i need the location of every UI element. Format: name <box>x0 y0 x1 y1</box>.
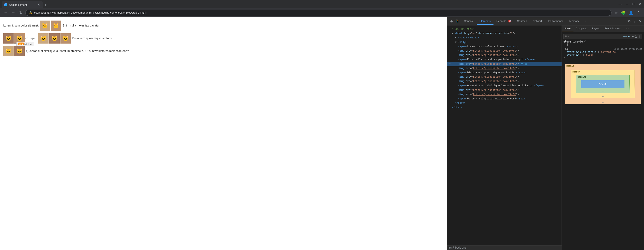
tab-title: Adding content <box>9 3 35 6</box>
settings-icon[interactable]: ⚙ <box>627 18 632 24</box>
html-span-5: <span>Ut sunt voluptates molestiae eos?<… <box>447 97 562 101</box>
margin-label: margin <box>566 65 574 67</box>
profile-icon[interactable]: 👤 <box>628 10 634 16</box>
sub-tab-styles[interactable]: Styles <box>562 25 574 32</box>
element-style-selector: element.style { <box>564 40 642 43</box>
forward-button[interactable]: → <box>10 10 16 16</box>
html-img-7: <img src="https://placekitten.com/50/50"… <box>447 88 562 92</box>
nav-bar: ← → ↻ 🔒 localhost:1313/web-application-d… <box>0 8 644 17</box>
maximize-button[interactable]: □ <box>631 1 636 7</box>
box-model: margin ─ border ─ padding ─ <box>565 64 641 104</box>
add-style-button[interactable]: + <box>632 35 634 38</box>
tab-close-button[interactable]: ✕ <box>37 3 40 7</box>
tab-favicon: 🌐 <box>4 3 8 6</box>
devtools-close-button[interactable]: ✕ <box>638 18 642 24</box>
window-settings-icon[interactable]: ⋯ <box>617 1 623 7</box>
img-rule-header: img { user agent stylesheet <box>564 48 642 50</box>
tab-sources[interactable]: Sources <box>514 18 530 25</box>
breadcrumb-img[interactable]: img <box>462 246 466 249</box>
styles-content: :hov .cls + ⧉ ⋮ element.style { <box>562 32 644 250</box>
hov-button[interactable]: :hov <box>622 35 627 38</box>
page-line-2: 🐱 🐱 corrupti. 🐱 🐱 🐱 Dicta vero quasi atq… <box>3 33 443 43</box>
devtools-tab-bar: ⊕ 📱 Console Elements Recorder 🎯 Sources … <box>447 17 644 25</box>
img-rule-close: } <box>564 56 642 59</box>
address-bar[interactable]: 🔒 localhost:1313/web-application-develop… <box>25 10 612 16</box>
margin-bottom-dash: ─ <box>602 101 604 104</box>
sub-tab-event-listeners[interactable]: Event listeners <box>602 25 623 32</box>
tab-network[interactable]: Network <box>530 18 546 25</box>
border-label: border <box>572 71 580 73</box>
img-tooltip: img 50 × 50 <box>16 42 34 46</box>
tab-performance[interactable]: Performance <box>545 18 566 25</box>
close-button[interactable]: ✕ <box>637 1 642 7</box>
page-content: img 50 × 50 Lorem ipsum dolor sit amet. … <box>0 17 446 250</box>
active-tab[interactable]: 🌐 Adding content ✕ <box>2 1 43 8</box>
more-styles-button[interactable]: ⋮ <box>638 34 641 38</box>
tab-more[interactable]: » <box>582 18 589 25</box>
inspect-element-button[interactable]: ⊕ <box>449 18 454 24</box>
img-rule: img { user agent stylesheet overflow-cli… <box>564 48 642 59</box>
html-img-6: <img src="https://placekitten.com/50/50"… <box>447 79 562 84</box>
cat-image-6: 🐱 <box>49 33 60 43</box>
box-border: border ─ padding ─ 50×50 <box>571 70 635 98</box>
devtools-more-icon[interactable]: ⋮ <box>632 18 637 24</box>
html-img-1: <img src="https://placekitten.com/50/50"… <box>447 49 562 53</box>
reload-button[interactable]: ↻ <box>18 10 24 16</box>
dicta-text: Dicta vero quasi atque veritatis. <box>72 36 112 40</box>
html-doctype: <!DOCTYPE html> <box>447 27 562 31</box>
main-area: img 50 × 50 Lorem ipsum dolor sit amet. … <box>0 17 644 250</box>
padding-bottom-dash: ─ <box>602 90 604 93</box>
html-open: ▼ <html lang="en" data-ember-extension="… <box>447 31 562 36</box>
tooltip-dims: 50 × 50 <box>24 43 32 45</box>
styles-sub-tabs: Styles Computed Layout Event listeners >… <box>562 25 644 32</box>
device-toggle-button[interactable]: 📱 <box>454 18 460 24</box>
cat-image-2: 🐱 <box>51 20 61 31</box>
box-model-container: margin ─ border ─ padding ─ <box>564 62 642 106</box>
sub-tab-layout[interactable]: Layout <box>590 25 602 32</box>
html-panel-container: <!DOCTYPE html> ▼ <html lang="en" data-e… <box>447 25 562 250</box>
element-style-rule: element.style { } <box>564 40 642 46</box>
tab-recorder[interactable]: Recorder 🎯 <box>494 18 514 25</box>
enim-text: Enim nulla molestias pariatur <box>62 24 100 27</box>
page-line-3: 🐱 🐱 Quaerat sunt similique laudantium ar… <box>3 46 443 56</box>
more-icon[interactable]: ⋮ <box>635 10 642 16</box>
cls-button[interactable]: .cls <box>628 35 631 38</box>
minimize-button[interactable]: ─ <box>625 1 630 7</box>
html-body-open: ▼ <body> <box>447 40 562 44</box>
devtools-toolbar: ⊕ 📱 <box>448 18 461 24</box>
tooltip-tag: img <box>18 42 24 45</box>
title-bar: 🌐 Adding content ✕ + ⋯ ─ □ ✕ <box>0 0 644 8</box>
html-span-3: <span>Dicta vero quasi atque veritatis.<… <box>447 71 562 75</box>
element-style-close: } <box>564 43 642 46</box>
padding-dash: ─ <box>627 76 628 78</box>
breadcrumb-html[interactable]: html <box>448 246 454 249</box>
new-tab-button[interactable]: + <box>43 2 48 8</box>
dock-style-button[interactable]: ⧉ <box>634 35 637 38</box>
tab-elements[interactable]: Elements <box>477 18 494 25</box>
html-panel[interactable]: <!DOCTYPE html> ▼ <html lang="en" data-e… <box>447 25 562 245</box>
filter-bar: :hov .cls + ⧉ ⋮ <box>564 34 642 39</box>
extensions-icon[interactable]: 🧩 <box>620 10 627 16</box>
sub-tab-more[interactable]: >> <box>623 25 631 32</box>
bookmark-icon[interactable]: ☆ <box>613 10 619 16</box>
cat-image-7: 🐱 <box>60 33 71 43</box>
padding-label: padding <box>578 76 586 78</box>
tab-memory[interactable]: Memory <box>566 18 582 25</box>
corrupti-text: corrupti. <box>26 36 36 40</box>
box-content: 50×50 <box>581 80 624 88</box>
quaerat-text: Quaerat sunt similique laudantium archit… <box>26 49 84 53</box>
tab-area: 🌐 Adding content ✕ + <box>2 0 616 8</box>
back-button[interactable]: ← <box>2 10 9 16</box>
content-dimensions: 50×50 <box>599 83 606 86</box>
html-span-4: <span>Quaerat sunt similique laudantium … <box>447 84 562 88</box>
breadcrumb-body[interactable]: body <box>455 246 461 249</box>
cat-image-1: 🐱 <box>40 20 50 31</box>
img-prop-2: overflow : ▶ clip; <box>564 53 642 56</box>
tab-console[interactable]: Console <box>461 18 477 25</box>
margin-dash-top-right: ─ <box>638 65 639 67</box>
page-line-1: Lorem ipsum dolor sit amet. 🐱 🐱 Enim nul… <box>3 20 443 31</box>
html-img-3-selected[interactable]: ··· <img src="https://placekitten.com/50… <box>447 62 562 66</box>
sub-tab-computed[interactable]: Computed <box>574 25 590 32</box>
filter-input[interactable] <box>565 35 622 38</box>
html-img-5: <img src="https://placekitten.com/50/50"… <box>447 75 562 79</box>
